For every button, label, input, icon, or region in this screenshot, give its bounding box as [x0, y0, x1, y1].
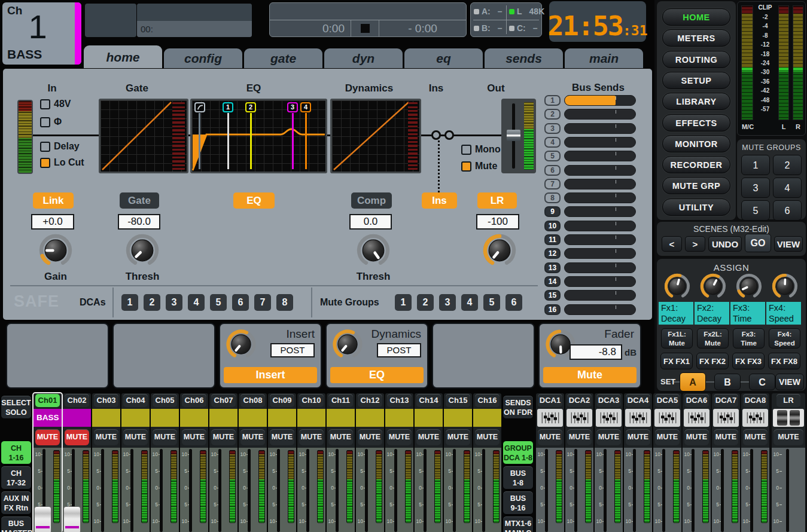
tab-eq[interactable]: eq: [404, 48, 483, 68]
eq-band-marker-3[interactable]: 3: [287, 102, 298, 112]
set-button-c[interactable]: C: [749, 374, 775, 390]
insert-mode-value[interactable]: POST: [270, 343, 315, 357]
dca-select-dca2[interactable]: DCA2: [567, 394, 592, 407]
bank-button-select-solo[interactable]: SELECTSOLO: [1, 395, 32, 419]
mute-checkbox[interactable]: [461, 161, 471, 172]
in-option-delay[interactable]: Delay: [40, 141, 80, 152]
mute-group-assign-button-3[interactable]: 3: [439, 294, 456, 311]
mute-button-ch07[interactable]: MUTE: [211, 429, 236, 445]
fader-track[interactable]: [248, 449, 251, 532]
output-fader-graphic[interactable]: [501, 99, 536, 173]
assign-knob-fx1[interactable]: [663, 272, 692, 301]
mute-button-ch09[interactable]: MUTE: [270, 429, 294, 445]
bus-send-bar-6[interactable]: [564, 165, 636, 176]
dca-assign-button-1[interactable]: 1: [121, 294, 138, 311]
fader-track[interactable]: [365, 449, 368, 532]
set-button-b[interactable]: B: [714, 374, 741, 390]
fader-track[interactable]: [394, 449, 397, 532]
channel-color-bar[interactable]: [356, 409, 384, 427]
fader-track[interactable]: [604, 449, 607, 532]
dca-select-dca5[interactable]: DCA5: [655, 394, 680, 407]
sidebar-mute-group-2[interactable]: 2: [773, 155, 802, 175]
mute-button-ch08[interactable]: MUTE: [240, 429, 265, 445]
mute-button-ch03[interactable]: MUTE: [94, 429, 118, 445]
bus-send-bar-4[interactable]: [564, 137, 636, 148]
fader-track[interactable]: [336, 449, 339, 532]
channel-select-ch08[interactable]: Ch08: [240, 394, 265, 407]
mute-button-ch14[interactable]: MUTE: [416, 429, 441, 445]
delay-checkbox[interactable]: [40, 142, 50, 152]
channel-select-ch02[interactable]: Ch02: [65, 394, 89, 407]
bus-send-number-3[interactable]: 3: [544, 123, 561, 134]
mute-button-dca8[interactable]: MUTE: [743, 429, 768, 445]
dca-select-dca6[interactable]: DCA6: [684, 394, 709, 407]
channel-select-ch07[interactable]: Ch07: [211, 394, 236, 407]
scene-button-go[interactable]: GO: [745, 234, 771, 252]
dca-assign-button-8[interactable]: 8: [276, 294, 293, 311]
mute-button-ch05[interactable]: MUTE: [153, 429, 177, 445]
assign-knob-fx4[interactable]: [771, 272, 799, 301]
mute-button-ch10[interactable]: MUTE: [299, 429, 324, 445]
lr-select-button[interactable]: LR: [776, 394, 800, 407]
mute-button-ch04[interactable]: MUTE: [123, 429, 148, 445]
mute-group-assign-button-2[interactable]: 2: [417, 294, 434, 311]
channel-select-ch09[interactable]: Ch09: [270, 394, 294, 407]
scene-button-<[interactable]: <: [662, 236, 682, 252]
tab-config[interactable]: config: [164, 48, 242, 68]
dca-assign-button-7[interactable]: 7: [254, 294, 271, 311]
output-fader-cap[interactable]: [507, 130, 520, 141]
set-button-a[interactable]: A: [680, 372, 706, 392]
bank-button-mtx-1-6-main-c[interactable]: MTX1-6MAIN C: [503, 516, 534, 532]
dca-assign-button-5[interactable]: 5: [210, 294, 227, 311]
gate-transfer-graph[interactable]: [99, 99, 188, 173]
bus-send-number-16[interactable]: 16: [544, 304, 561, 315]
eq-band-marker-2[interactable]: 2: [245, 102, 256, 112]
locut-checkbox[interactable]: [40, 158, 50, 168]
channel-select-ch05[interactable]: Ch05: [153, 394, 177, 407]
fader-track[interactable]: [545, 449, 548, 532]
tab-gate[interactable]: gate: [244, 48, 322, 68]
dca-select-dca8[interactable]: DCA8: [743, 394, 768, 407]
bank-button-bus-master[interactable]: BUSMASTER: [1, 516, 32, 532]
fader-track[interactable]: [189, 449, 192, 532]
dynamics-knob[interactable]: [331, 328, 364, 361]
transport-stop-button[interactable]: [351, 20, 379, 36]
lr-button[interactable]: LR: [477, 192, 517, 209]
out-option-mono[interactable]: Mono: [461, 144, 501, 155]
channel-color-bar[interactable]: [385, 409, 413, 427]
gain-knob[interactable]: [37, 232, 74, 269]
out-option-mute[interactable]: Mute: [461, 161, 497, 172]
48v-checkbox[interactable]: [40, 99, 50, 109]
bank-button-bus-1-8[interactable]: BUS1-8: [503, 466, 534, 490]
bus-send-bar-11[interactable]: [564, 234, 636, 245]
bank-button-sends-on-fdr[interactable]: SENDSON FDR: [503, 395, 534, 419]
fader-track[interactable]: [574, 449, 577, 532]
assign-small-button-2[interactable]: Fx2L:Mute: [697, 328, 729, 348]
dca-assign-button-4[interactable]: 4: [188, 294, 205, 311]
nav-library[interactable]: LIBRARY: [662, 93, 730, 110]
channel-color-bar[interactable]: [121, 409, 150, 427]
bus-send-number-8[interactable]: 8: [544, 192, 561, 203]
bus-send-bar-15[interactable]: [564, 290, 636, 301]
bus-send-number-9[interactable]: 9: [544, 206, 561, 217]
fx-button-4[interactable]: FX FX8: [768, 353, 800, 369]
tab-dyn[interactable]: dyn: [324, 48, 403, 68]
selected-channel-info[interactable]: Ch 1 BASS: [2, 2, 81, 65]
bank-button-bus-9-16[interactable]: BUS9-16: [503, 491, 534, 515]
channel-color-bar[interactable]: [268, 409, 296, 427]
scene-button-view[interactable]: VIEW: [774, 236, 803, 252]
phase-checkbox[interactable]: [40, 117, 50, 127]
assign-small-button-1[interactable]: Fx1L:Mute: [661, 328, 693, 348]
mute-button-ch11[interactable]: MUTE: [328, 429, 353, 445]
channel-select-ch16[interactable]: Ch16: [475, 394, 500, 407]
insert-bar-button[interactable]: Insert: [224, 367, 317, 383]
bus-send-number-7[interactable]: 7: [544, 179, 561, 189]
bus-send-number-10[interactable]: 10: [544, 221, 561, 231]
mute-button-ch13[interactable]: MUTE: [387, 429, 412, 445]
bank-button-group-dca-1-8[interactable]: GROUPDCA 1-8: [503, 441, 534, 464]
channel-color-bar[interactable]: [297, 409, 325, 427]
fader-cap[interactable]: [63, 506, 81, 532]
channel-select-ch03[interactable]: Ch03: [94, 394, 118, 407]
mute-button-ch12[interactable]: MUTE: [358, 429, 382, 445]
nav-effects[interactable]: EFFECTS: [662, 114, 730, 132]
